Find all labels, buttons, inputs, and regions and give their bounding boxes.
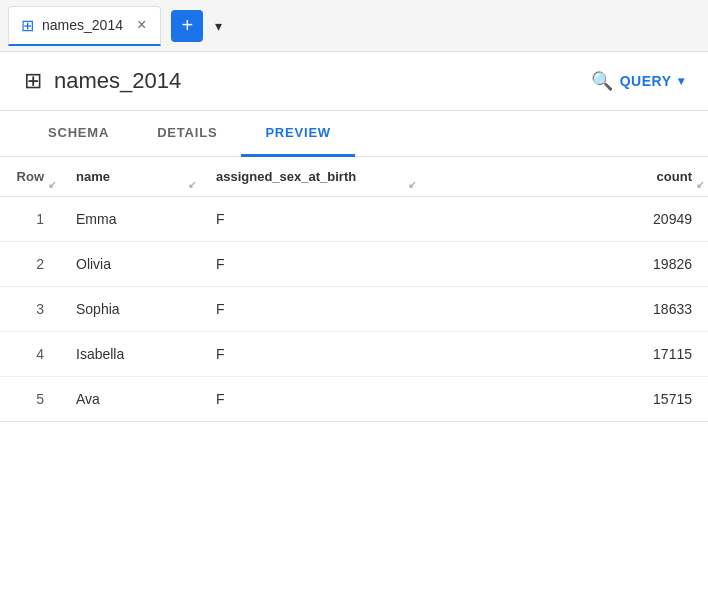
table-row: 4 Isabella F 17115 xyxy=(0,332,708,377)
cell-row-2: 3 xyxy=(0,287,60,332)
table-header-row: Row ↙ name ↙ assigned_sex_at_birth ↙ cou… xyxy=(0,157,708,197)
cell-name-3: Isabella xyxy=(60,332,200,377)
tab-close-button[interactable]: × xyxy=(135,16,148,34)
cell-row-4: 5 xyxy=(0,377,60,422)
table-row: 5 Ava F 15715 xyxy=(0,377,708,422)
add-tab-button[interactable]: + xyxy=(171,10,203,42)
cell-sex-3: F xyxy=(200,332,420,377)
page-title: names_2014 xyxy=(54,68,579,94)
query-dropdown-arrow: ▾ xyxy=(678,74,685,88)
resize-handle-count[interactable]: ↙ xyxy=(696,179,704,190)
query-button-label: QUERY xyxy=(620,73,672,89)
tab-details[interactable]: DETAILS xyxy=(133,111,241,157)
cell-name-1: Olivia xyxy=(60,242,200,287)
tab-schema[interactable]: SCHEMA xyxy=(24,111,133,157)
cell-name-4: Ava xyxy=(60,377,200,422)
header-table-icon: ⊞ xyxy=(24,68,42,94)
cell-count-3: 17115 xyxy=(420,332,708,377)
cell-row-0: 1 xyxy=(0,197,60,242)
col-header-sex: assigned_sex_at_birth ↙ xyxy=(200,157,420,197)
col-header-row: Row ↙ xyxy=(0,157,60,197)
cell-count-2: 18633 xyxy=(420,287,708,332)
cell-count-0: 20949 xyxy=(420,197,708,242)
page-header: ⊞ names_2014 🔍 QUERY ▾ xyxy=(0,52,708,111)
tab-preview[interactable]: PREVIEW xyxy=(241,111,355,157)
resize-handle-row[interactable]: ↙ xyxy=(48,179,56,190)
tab-dropdown-button[interactable]: ▾ xyxy=(209,14,228,38)
tab-bar: ⊞ names_2014 × + ▾ xyxy=(0,0,708,52)
cell-sex-4: F xyxy=(200,377,420,422)
cell-name-2: Sophia xyxy=(60,287,200,332)
data-table-container: Row ↙ name ↙ assigned_sex_at_birth ↙ cou… xyxy=(0,157,708,422)
resize-handle-sex[interactable]: ↙ xyxy=(408,179,416,190)
resize-handle-name[interactable]: ↙ xyxy=(188,179,196,190)
cell-sex-1: F xyxy=(200,242,420,287)
search-icon: 🔍 xyxy=(591,70,614,92)
cell-row-3: 4 xyxy=(0,332,60,377)
table-row: 1 Emma F 20949 xyxy=(0,197,708,242)
cell-count-4: 15715 xyxy=(420,377,708,422)
tab-label: names_2014 xyxy=(42,17,123,33)
col-header-count: count ↙ xyxy=(420,157,708,197)
cell-sex-0: F xyxy=(200,197,420,242)
table-row: 2 Olivia F 19826 xyxy=(0,242,708,287)
data-table: Row ↙ name ↙ assigned_sex_at_birth ↙ cou… xyxy=(0,157,708,422)
query-button[interactable]: 🔍 QUERY ▾ xyxy=(591,70,684,92)
col-header-name: name ↙ xyxy=(60,157,200,197)
cell-sex-2: F xyxy=(200,287,420,332)
cell-count-1: 19826 xyxy=(420,242,708,287)
cell-name-0: Emma xyxy=(60,197,200,242)
tab-names-2014[interactable]: ⊞ names_2014 × xyxy=(8,6,161,46)
cell-row-1: 2 xyxy=(0,242,60,287)
table-row: 3 Sophia F 18633 xyxy=(0,287,708,332)
table-tab-icon: ⊞ xyxy=(21,16,34,35)
view-tabs: SCHEMA DETAILS PREVIEW xyxy=(0,111,708,157)
